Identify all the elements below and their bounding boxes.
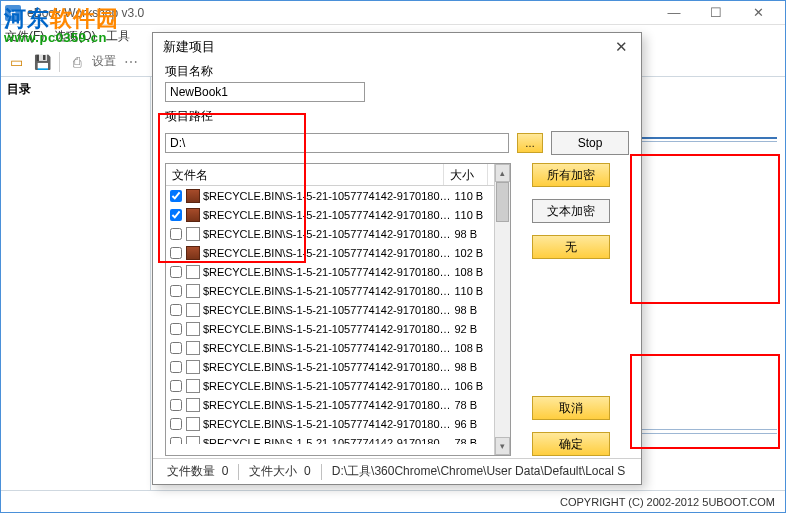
encrypt-text-button[interactable]: 文本加密 (532, 199, 610, 223)
more-icon[interactable]: ⋯ (120, 51, 142, 73)
project-name-input[interactable] (165, 82, 365, 102)
file-name: $RECYCLE.BIN\S-1-5-21-1057774142-9170180… (203, 418, 453, 430)
new-project-dialog: 新建项目 ✕ 项目名称 项目路径 … Stop 文件名 大小 $RECYCLE.… (152, 32, 642, 485)
file-name: $RECYCLE.BIN\S-1-5-21-1057774142-9170180… (203, 266, 453, 278)
file-icon (186, 227, 200, 241)
dialog-title: 新建项目 (163, 38, 611, 56)
listview-header: 文件名 大小 (166, 164, 494, 186)
file-size: 110 B (452, 209, 494, 221)
menu-file[interactable]: 文件(F) (5, 28, 44, 45)
window-title: eBook Workshop v3.0 (27, 6, 659, 20)
file-size: 98 B (452, 228, 494, 240)
file-name: $RECYCLE.BIN\S-1-5-21-1057774142-9170180… (203, 323, 453, 335)
file-row[interactable]: $RECYCLE.BIN\S-1-5-21-1057774142-9170180… (166, 319, 494, 338)
file-icon (186, 436, 200, 445)
file-row[interactable]: $RECYCLE.BIN\S-1-5-21-1057774142-9170180… (166, 243, 494, 262)
file-size: 78 B (452, 399, 494, 411)
catalog-label: 目录 (7, 81, 144, 98)
file-name: $RECYCLE.BIN\S-1-5-21-1057774142-9170180… (203, 304, 453, 316)
file-icon (186, 379, 200, 393)
file-checkbox[interactable] (170, 342, 182, 354)
file-name: $RECYCLE.BIN\S-1-5-21-1057774142-9170180… (203, 247, 453, 259)
file-count: 0 (222, 464, 229, 478)
file-icon (186, 322, 200, 336)
file-size: 96 B (452, 418, 494, 430)
file-checkbox[interactable] (170, 247, 182, 259)
separator (59, 52, 60, 72)
file-size: 108 B (452, 266, 494, 278)
file-checkbox[interactable] (170, 228, 182, 240)
file-name: $RECYCLE.BIN\S-1-5-21-1057774142-9170180… (203, 380, 453, 392)
file-row[interactable]: $RECYCLE.BIN\S-1-5-21-1057774142-9170180… (166, 395, 494, 414)
file-row[interactable]: $RECYCLE.BIN\S-1-5-21-1057774142-9170180… (166, 205, 494, 224)
file-size: 0 (304, 464, 311, 478)
file-row[interactable]: $RECYCLE.BIN\S-1-5-21-1057774142-9170180… (166, 186, 494, 205)
file-row[interactable]: $RECYCLE.BIN\S-1-5-21-1057774142-9170180… (166, 224, 494, 243)
close-button[interactable]: ✕ (743, 3, 773, 23)
project-path-input[interactable] (165, 133, 509, 153)
file-row[interactable]: $RECYCLE.BIN\S-1-5-21-1057774142-9170180… (166, 262, 494, 281)
browse-button[interactable]: … (517, 133, 543, 153)
app-icon: e (5, 5, 21, 21)
file-name: $RECYCLE.BIN\S-1-5-21-1057774142-9170180… (203, 437, 453, 445)
file-name: $RECYCLE.BIN\S-1-5-21-1057774142-9170180… (203, 228, 453, 240)
dialog-close-button[interactable]: ✕ (611, 37, 631, 57)
file-row[interactable]: $RECYCLE.BIN\S-1-5-21-1057774142-9170180… (166, 338, 494, 357)
file-icon (186, 398, 200, 412)
stop-button[interactable]: Stop (551, 131, 629, 155)
archive-icon (186, 246, 200, 260)
col-filename[interactable]: 文件名 (166, 164, 444, 185)
file-icon (186, 284, 200, 298)
file-checkbox[interactable] (170, 399, 182, 411)
archive-icon (186, 189, 200, 203)
file-checkbox[interactable] (170, 304, 182, 316)
col-filesize[interactable]: 大小 (444, 164, 488, 185)
maximize-button[interactable]: ☐ (701, 3, 731, 23)
minimize-button[interactable]: — (659, 3, 689, 23)
file-row[interactable]: $RECYCLE.BIN\S-1-5-21-1057774142-9170180… (166, 433, 494, 444)
file-row[interactable]: $RECYCLE.BIN\S-1-5-21-1057774142-9170180… (166, 376, 494, 395)
settings-label[interactable]: 设置 (92, 53, 116, 70)
file-size: 78 B (452, 437, 494, 445)
file-checkbox[interactable] (170, 437, 182, 445)
dialog-statusbar: 文件数量 0 文件大小 0 D:\工具\360Chrome\Chrome\Use… (153, 458, 641, 484)
encrypt-all-button[interactable]: 所有加密 (532, 163, 610, 187)
print-icon[interactable]: ⎙ (66, 51, 88, 73)
file-icon (186, 417, 200, 431)
file-checkbox[interactable] (170, 209, 182, 221)
file-row[interactable]: $RECYCLE.BIN\S-1-5-21-1057774142-9170180… (166, 281, 494, 300)
file-size: 92 B (452, 323, 494, 335)
project-name-label: 项目名称 (165, 63, 629, 80)
file-checkbox[interactable] (170, 380, 182, 392)
file-checkbox[interactable] (170, 323, 182, 335)
file-row[interactable]: $RECYCLE.BIN\S-1-5-21-1057774142-9170180… (166, 357, 494, 376)
file-checkbox[interactable] (170, 361, 182, 373)
file-row[interactable]: $RECYCLE.BIN\S-1-5-21-1057774142-9170180… (166, 300, 494, 319)
project-path-label: 项目路径 (165, 108, 629, 125)
none-button[interactable]: 无 (532, 235, 610, 259)
new-icon[interactable]: ▭ (5, 51, 27, 73)
file-icon (186, 303, 200, 317)
vertical-scrollbar[interactable] (494, 164, 510, 455)
file-row[interactable]: $RECYCLE.BIN\S-1-5-21-1057774142-9170180… (166, 414, 494, 433)
menu-options[interactable]: 选项(O) (54, 28, 95, 45)
file-size: 98 B (452, 304, 494, 316)
file-listview[interactable]: 文件名 大小 $RECYCLE.BIN\S-1-5-21-1057774142-… (166, 164, 494, 444)
file-icon (186, 360, 200, 374)
file-name: $RECYCLE.BIN\S-1-5-21-1057774142-9170180… (203, 209, 453, 221)
file-checkbox[interactable] (170, 418, 182, 430)
file-name: $RECYCLE.BIN\S-1-5-21-1057774142-9170180… (203, 342, 453, 354)
menu-tools[interactable]: 工具 (106, 28, 130, 45)
cancel-button[interactable]: 取消 (532, 396, 610, 420)
file-checkbox[interactable] (170, 266, 182, 278)
file-icon (186, 341, 200, 355)
file-name: $RECYCLE.BIN\S-1-5-21-1057774142-9170180… (203, 399, 453, 411)
titlebar: e eBook Workshop v3.0 — ☐ ✕ (1, 1, 785, 25)
file-size-label: 文件大小 (249, 464, 297, 478)
file-size: 110 B (452, 285, 494, 297)
file-checkbox[interactable] (170, 285, 182, 297)
file-checkbox[interactable] (170, 190, 182, 202)
file-icon (186, 265, 200, 279)
ok-button[interactable]: 确定 (532, 432, 610, 456)
save-icon[interactable]: 💾 (31, 51, 53, 73)
